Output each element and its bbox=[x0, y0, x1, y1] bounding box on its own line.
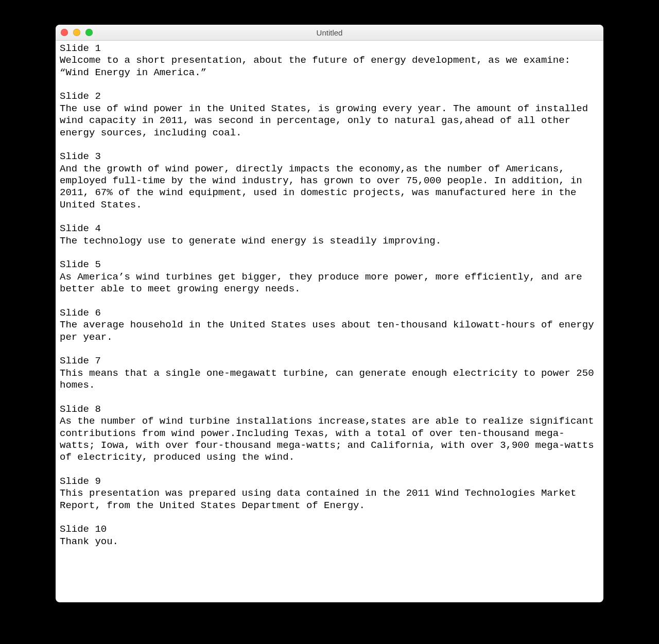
slide-heading: Slide 1 bbox=[60, 43, 599, 55]
slide-body: The use of wind power in the United Stat… bbox=[60, 103, 599, 139]
slide-block: Slide 1Welcome to a short presentation, … bbox=[60, 43, 599, 79]
blank-line bbox=[60, 391, 599, 403]
traffic-lights bbox=[61, 29, 93, 36]
slide-body: This means that a single one-megawatt tu… bbox=[60, 368, 599, 392]
blank-line bbox=[60, 464, 599, 476]
blank-line bbox=[60, 295, 599, 307]
slide-body: As the number of wind turbine installati… bbox=[60, 415, 599, 463]
slide-heading: Slide 3 bbox=[60, 151, 599, 163]
slide-body: And the growth of wind power, directly i… bbox=[60, 163, 599, 211]
slide-block: Slide 5As America’s wind turbines get bi… bbox=[60, 259, 599, 295]
minimize-icon[interactable] bbox=[73, 29, 80, 36]
window-title: Untitled bbox=[56, 28, 603, 37]
slide-heading: Slide 5 bbox=[60, 259, 599, 271]
slide-body: As America’s wind turbines get bigger, t… bbox=[60, 271, 599, 295]
slide-block: Slide 8As the number of wind turbine ins… bbox=[60, 404, 599, 464]
slide-block: Slide 9This presentation was prepared us… bbox=[60, 476, 599, 512]
slide-heading: Slide 4 bbox=[60, 223, 599, 235]
blank-line bbox=[60, 79, 599, 91]
blank-line bbox=[60, 139, 599, 151]
slide-body: The average household in the United Stat… bbox=[60, 319, 599, 343]
slide-block: Slide 10Thank you. bbox=[60, 524, 599, 548]
blank-line bbox=[60, 211, 599, 223]
slide-body: The technology use to generate wind ener… bbox=[60, 235, 599, 247]
blank-line bbox=[60, 512, 599, 524]
slide-block: Slide 3And the growth of wind power, dir… bbox=[60, 151, 599, 211]
slide-heading: Slide 2 bbox=[60, 91, 599, 102]
titlebar[interactable]: Untitled bbox=[56, 25, 603, 41]
slide-body: Welcome to a short presentation, about t… bbox=[60, 55, 599, 79]
blank-line bbox=[60, 343, 599, 355]
slide-heading: Slide 7 bbox=[60, 355, 599, 367]
slide-heading: Slide 9 bbox=[60, 476, 599, 488]
slide-block: Slide 6The average household in the Unit… bbox=[60, 307, 599, 343]
slide-block: Slide 7This means that a single one-mega… bbox=[60, 355, 599, 391]
zoom-icon[interactable] bbox=[85, 29, 93, 36]
close-icon[interactable] bbox=[61, 29, 68, 36]
text-content-area[interactable]: Slide 1Welcome to a short presentation, … bbox=[56, 41, 603, 602]
slide-heading: Slide 6 bbox=[60, 307, 599, 319]
text-editor-window: Untitled Slide 1Welcome to a short prese… bbox=[56, 25, 603, 602]
slide-body: Thank you. bbox=[60, 536, 599, 548]
slide-heading: Slide 8 bbox=[60, 404, 599, 415]
blank-line bbox=[60, 247, 599, 259]
slide-block: Slide 4The technology use to generate wi… bbox=[60, 223, 599, 247]
slide-heading: Slide 10 bbox=[60, 524, 599, 535]
slide-block: Slide 2The use of wind power in the Unit… bbox=[60, 91, 599, 138]
slide-body: This presentation was prepared using dat… bbox=[60, 488, 599, 512]
